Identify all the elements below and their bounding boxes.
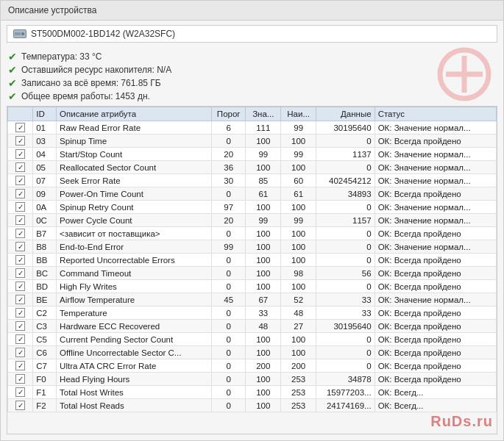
row-threshold: 30 bbox=[212, 174, 246, 187]
row-status: ОК: Значение нормал... bbox=[375, 148, 496, 161]
svg-point-2 bbox=[21, 32, 24, 35]
row-checkbox[interactable] bbox=[8, 214, 33, 227]
row-checkbox[interactable] bbox=[8, 306, 33, 320]
row-checkbox[interactable] bbox=[8, 135, 33, 148]
window-title: Описание устройства bbox=[8, 5, 96, 15]
table-row[interactable]: 09Power-On Time Count0616134893ОК: Всегд… bbox=[8, 187, 497, 201]
row-id: C5 bbox=[33, 333, 57, 346]
row-value: 100 bbox=[246, 280, 281, 293]
row-id: 01 bbox=[33, 121, 57, 135]
row-value: 100 bbox=[246, 240, 281, 254]
row-checkbox[interactable] bbox=[8, 161, 33, 174]
table-row[interactable]: 01Raw Read Error Rate61119930195640ОК: З… bbox=[8, 121, 497, 135]
row-worst: 100 bbox=[281, 201, 316, 214]
row-worst: 253 bbox=[281, 373, 316, 386]
table-row[interactable]: 03Spinup Time01001000ОК: Всегда пройдено bbox=[8, 135, 497, 148]
row-checkbox[interactable] bbox=[8, 359, 33, 373]
col-header-data[interactable]: Данные bbox=[316, 107, 375, 121]
uptime-check-icon: ✔ bbox=[8, 91, 17, 101]
col-header-id[interactable]: ID bbox=[33, 107, 57, 121]
attributes-table-container[interactable]: ID Описание атрибута Порог Зна... Наи...… bbox=[7, 106, 497, 434]
row-id: F1 bbox=[33, 386, 57, 399]
table-row[interactable]: C5Current Pending Sector Count01001000ОК… bbox=[8, 333, 497, 346]
table-row[interactable]: 04Start/Stop Count2099991137ОК: Значение… bbox=[8, 148, 497, 161]
row-worst: 200 bbox=[281, 359, 316, 373]
row-description: Raw Read Error Rate bbox=[57, 121, 212, 135]
row-description: Spinup Retry Count bbox=[57, 201, 212, 214]
row-worst: 100 bbox=[281, 346, 316, 359]
table-row[interactable]: C6Offline Uncorrectable Sector C...01001… bbox=[8, 346, 497, 359]
row-id: 03 bbox=[33, 135, 57, 148]
row-checkbox[interactable] bbox=[8, 121, 33, 135]
col-header-worst[interactable]: Наи... bbox=[281, 107, 316, 121]
row-checkbox[interactable] bbox=[8, 373, 33, 386]
row-threshold: 20 bbox=[212, 148, 246, 161]
row-checkbox[interactable] bbox=[8, 240, 33, 254]
row-threshold: 0 bbox=[212, 346, 246, 359]
col-header-checkbox bbox=[8, 107, 33, 121]
table-row[interactable]: 07Seek Error Rate308560402454212ОК: Знач… bbox=[8, 174, 497, 187]
row-value: 100 bbox=[246, 161, 281, 174]
row-description: Offline Uncorrectable Sector C... bbox=[57, 346, 212, 359]
title-bar: Описание устройства bbox=[1, 1, 503, 21]
resource-check-icon: ✔ bbox=[8, 65, 17, 75]
table-row[interactable]: 0ASpinup Retry Count971001000ОК: Значени… bbox=[8, 201, 497, 214]
row-status: ОК: Всегда пройдено bbox=[375, 359, 496, 373]
row-checkbox[interactable] bbox=[8, 399, 33, 412]
row-status: ОК: Всегда пройдено bbox=[375, 254, 496, 267]
table-row[interactable]: F1Total Host Writes010025315977203...ОК:… bbox=[8, 386, 497, 399]
row-checkbox[interactable] bbox=[8, 201, 33, 214]
table-row[interactable]: C3Hardware ECC Recovered0482730195640ОК:… bbox=[8, 320, 497, 333]
row-checkbox[interactable] bbox=[8, 280, 33, 293]
row-checkbox[interactable] bbox=[8, 293, 33, 306]
row-threshold: 0 bbox=[212, 135, 246, 148]
device-name-bar: ST500DM002-1BD142 (W2A32SFC) bbox=[7, 25, 497, 43]
row-worst: 99 bbox=[281, 121, 316, 135]
table-row[interactable]: BEAirflow Temperature45675233ОК: Значени… bbox=[8, 293, 497, 306]
table-row[interactable]: F0Head Flying Hours010025334878ОК: Всегд… bbox=[8, 373, 497, 386]
table-header-row: ID Описание атрибута Порог Зна... Наи...… bbox=[8, 107, 497, 121]
row-data: 0 bbox=[316, 135, 375, 148]
row-status: ОК: Всегда пройдено bbox=[375, 227, 496, 240]
row-threshold: 0 bbox=[212, 227, 246, 240]
row-data: 34878 bbox=[316, 373, 375, 386]
table-row[interactable]: BBReported Uncorrectable Errors01001000О… bbox=[8, 254, 497, 267]
row-worst: 48 bbox=[281, 306, 316, 320]
table-row[interactable]: B7<зависит от поставщика>01001000ОК: Все… bbox=[8, 227, 497, 240]
row-status: ОК: Всегда пройдено bbox=[375, 306, 496, 320]
row-checkbox[interactable] bbox=[8, 227, 33, 240]
row-data: 0 bbox=[316, 359, 375, 373]
row-status: ОК: Всегда пройдено bbox=[375, 320, 496, 333]
row-checkbox[interactable] bbox=[8, 320, 33, 333]
row-checkbox[interactable] bbox=[8, 174, 33, 187]
table-row[interactable]: BDHigh Fly Writes01001000ОК: Всегда прой… bbox=[8, 280, 497, 293]
row-checkbox[interactable] bbox=[8, 386, 33, 399]
row-description: Head Flying Hours bbox=[57, 373, 212, 386]
row-value: 99 bbox=[246, 148, 281, 161]
table-row[interactable]: C2Temperature0334833ОК: Всегда пройдено bbox=[8, 306, 497, 320]
row-data: 0 bbox=[316, 240, 375, 254]
table-row[interactable]: C7Ultra ATA CRC Error Rate02002000ОК: Вс… bbox=[8, 359, 497, 373]
table-row[interactable]: B8End-to-End Error991001000ОК: Значение … bbox=[8, 240, 497, 254]
row-checkbox[interactable] bbox=[8, 187, 33, 201]
row-threshold: 0 bbox=[212, 399, 246, 412]
row-worst: 99 bbox=[281, 214, 316, 227]
row-worst: 99 bbox=[281, 148, 316, 161]
row-checkbox[interactable] bbox=[8, 254, 33, 267]
col-header-val[interactable]: Зна... bbox=[246, 107, 281, 121]
row-checkbox[interactable] bbox=[8, 346, 33, 359]
device-id: ST500DM002-1BD142 (W2A32SFC) bbox=[31, 29, 175, 39]
row-status: ОК: Всегда пройдено bbox=[375, 280, 496, 293]
row-checkbox[interactable] bbox=[8, 267, 33, 280]
table-row[interactable]: F2Total Host Reads010025324174169...ОК: … bbox=[8, 399, 497, 412]
col-header-thresh[interactable]: Порог bbox=[212, 107, 246, 121]
row-checkbox[interactable] bbox=[8, 333, 33, 346]
table-row[interactable]: BCCommand Timeout01009856ОК: Всегда прой… bbox=[8, 267, 497, 280]
col-header-status[interactable]: Статус bbox=[375, 107, 496, 121]
table-row[interactable]: 0CPower Cycle Count2099991157ОК: Значени… bbox=[8, 214, 497, 227]
row-checkbox[interactable] bbox=[8, 148, 33, 161]
row-data: 402454212 bbox=[316, 174, 375, 187]
row-threshold: 99 bbox=[212, 240, 246, 254]
col-header-desc[interactable]: Описание атрибута bbox=[57, 107, 212, 121]
table-row[interactable]: 05Reallocated Sector Count361001000ОК: З… bbox=[8, 161, 497, 174]
